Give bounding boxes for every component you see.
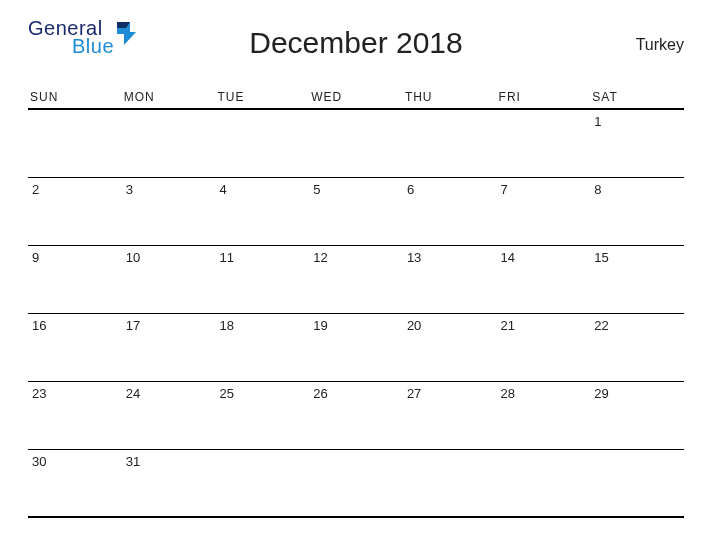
week-row: 1 <box>28 110 684 178</box>
weekday-header-row: SUN MON TUE WED THU FRI SAT <box>28 84 684 110</box>
week-row: 9 10 11 12 13 14 15 <box>28 246 684 314</box>
day-cell: 19 <box>309 314 403 381</box>
day-cell: 5 <box>309 178 403 245</box>
day-cell: 11 <box>215 246 309 313</box>
day-cell: 28 <box>497 382 591 449</box>
day-cell: 2 <box>28 178 122 245</box>
day-cell <box>215 450 309 516</box>
day-cell: 18 <box>215 314 309 381</box>
day-cell: 26 <box>309 382 403 449</box>
day-cell: 17 <box>122 314 216 381</box>
day-cell: 24 <box>122 382 216 449</box>
day-cell <box>590 450 684 516</box>
day-cell <box>309 450 403 516</box>
calendar-grid: SUN MON TUE WED THU FRI SAT 1 2 3 4 5 6 … <box>28 84 684 518</box>
day-cell: 30 <box>28 450 122 516</box>
week-row: 16 17 18 19 20 21 22 <box>28 314 684 382</box>
day-cell <box>497 110 591 177</box>
day-cell: 31 <box>122 450 216 516</box>
region-label: Turkey <box>636 36 684 54</box>
day-cell: 8 <box>590 178 684 245</box>
day-cell <box>403 450 497 516</box>
header: General Blue December 2018 Turkey <box>28 18 684 76</box>
day-cell: 23 <box>28 382 122 449</box>
day-cell: 3 <box>122 178 216 245</box>
day-cell: 6 <box>403 178 497 245</box>
day-cell: 4 <box>215 178 309 245</box>
day-cell <box>122 110 216 177</box>
day-cell: 21 <box>497 314 591 381</box>
week-row: 23 24 25 26 27 28 29 <box>28 382 684 450</box>
day-cell: 12 <box>309 246 403 313</box>
day-cell <box>215 110 309 177</box>
day-cell <box>309 110 403 177</box>
day-cell: 27 <box>403 382 497 449</box>
day-cell: 10 <box>122 246 216 313</box>
day-cell: 15 <box>590 246 684 313</box>
day-cell <box>497 450 591 516</box>
month-title: December 2018 <box>28 26 684 60</box>
weekday-header: SUN <box>28 84 122 108</box>
day-cell: 20 <box>403 314 497 381</box>
weekday-header: THU <box>403 84 497 108</box>
weekday-header: WED <box>309 84 403 108</box>
day-cell: 9 <box>28 246 122 313</box>
weekday-header: MON <box>122 84 216 108</box>
day-cell: 13 <box>403 246 497 313</box>
day-cell: 22 <box>590 314 684 381</box>
weekday-header: TUE <box>215 84 309 108</box>
week-row: 2 3 4 5 6 7 8 <box>28 178 684 246</box>
day-cell: 25 <box>215 382 309 449</box>
day-cell: 14 <box>497 246 591 313</box>
day-cell: 7 <box>497 178 591 245</box>
weekday-header: FRI <box>497 84 591 108</box>
day-cell: 16 <box>28 314 122 381</box>
day-cell <box>28 110 122 177</box>
weekday-header: SAT <box>590 84 684 108</box>
day-cell: 1 <box>590 110 684 177</box>
calendar-page: General Blue December 2018 Turkey SUN MO… <box>0 0 712 550</box>
day-cell: 29 <box>590 382 684 449</box>
week-row: 30 31 <box>28 450 684 518</box>
day-cell <box>403 110 497 177</box>
